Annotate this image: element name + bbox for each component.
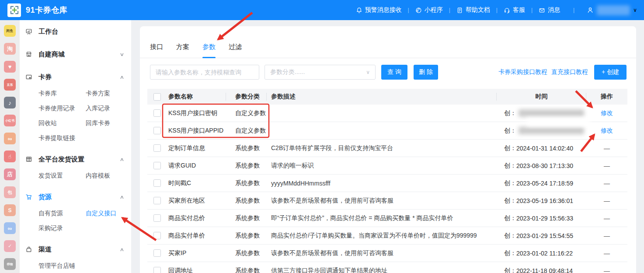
douyin-icon[interactable]: ♪ xyxy=(4,97,16,108)
card-purchase-tutorial-link[interactable]: 卡券采购接口教程 xyxy=(498,68,547,76)
sidebar-item-label: 全平台发货设置 xyxy=(38,155,120,164)
main-panel: 接口方案参数过滤 参数分类...... 查 询 删 除 卡券采购接口教程 直充接… xyxy=(140,26,636,273)
dewu-icon[interactable]: 得物 xyxy=(4,258,16,270)
row-checkbox[interactable] xyxy=(153,109,161,117)
taobao-icon[interactable]: 淘 xyxy=(4,43,16,55)
time-prefix: 创： xyxy=(504,144,516,152)
xiaohongshu-icon[interactable]: 小红书 xyxy=(4,115,16,126)
xianyu-icon[interactable]: 闲鱼 xyxy=(4,25,16,37)
nav-label: 消息 xyxy=(548,6,560,14)
dian-shop-icon[interactable]: 店 xyxy=(4,168,16,180)
row-checkbox[interactable] xyxy=(153,267,161,273)
row-checkbox[interactable] xyxy=(153,127,161,134)
sidebar-child-item[interactable]: 卡券库 xyxy=(38,90,86,98)
param-name-cell: KSS用户接口密钥 xyxy=(168,109,226,117)
row-checkbox-cell xyxy=(147,214,168,222)
sidebar-child-item[interactable]: 回收站 xyxy=(38,119,86,127)
no-action-dash: — xyxy=(604,232,610,239)
rings-link-icon[interactable]: ∞ xyxy=(4,222,16,234)
param-name-cell: 时间戳C xyxy=(168,179,226,187)
modify-link[interactable]: 修改 xyxy=(601,109,613,117)
row-checkbox[interactable] xyxy=(153,214,161,222)
nav-alert[interactable]: 预警消息接收 xyxy=(356,6,402,14)
row-checkbox-cell xyxy=(147,249,168,257)
heart-shop-icon[interactable]: ♥ xyxy=(4,61,16,73)
row-checkbox[interactable] xyxy=(153,232,161,239)
sidebar-child-item[interactable]: 卡券方案 xyxy=(86,90,110,98)
jingdong-icon[interactable]: 京东 xyxy=(4,79,16,91)
row-checkbox[interactable] xyxy=(153,197,161,204)
nav-label: 帮助文档 xyxy=(466,6,490,14)
sidebar-child-item[interactable]: 入库记录 xyxy=(86,105,110,112)
select-all-checkbox[interactable] xyxy=(153,93,161,101)
sidebar-item-card-coupon[interactable]: 卡券∧ xyxy=(20,66,131,88)
param-name-search-input[interactable] xyxy=(150,65,259,80)
param-category-cell: 系统参数 xyxy=(226,249,267,257)
sidebar-item-supply[interactable]: 货源∧ xyxy=(20,186,131,208)
sidebar-child-item[interactable]: 采购记录 xyxy=(38,224,86,232)
param-category-cell: 系统参数 xyxy=(226,197,267,205)
sidebar-item-delivery-settings[interactable]: 全平台发货设置∧ xyxy=(20,148,131,171)
nav-miniprogram[interactable]: 小程序 xyxy=(415,6,443,14)
modify-link[interactable]: 修改 xyxy=(601,127,613,135)
param-category-placeholder: 参数分类...... xyxy=(270,68,305,76)
time-cell: 创：2022-11-18 09:48:14 xyxy=(497,267,586,273)
row-checkbox[interactable] xyxy=(153,249,161,257)
sidebar-child-item[interactable]: 自有货源 xyxy=(38,210,86,217)
tab-plan[interactable]: 方案 xyxy=(176,43,189,58)
thumb-like-icon[interactable]: ☝ xyxy=(4,150,16,162)
row-checkbox[interactable] xyxy=(153,179,161,187)
table-row: 定制订单信息系统参数C2B订单特有扩展字段，目前仅支持淘宝平台创：2024-01… xyxy=(147,140,627,157)
sidebar-child-item[interactable]: 卡券提取链接 xyxy=(38,134,86,142)
delete-button[interactable]: 删 除 xyxy=(414,65,438,80)
table-row: 买家所在地区系统参数该参数不是所场景都有值，使用前可咨询客服创：2023-05-… xyxy=(147,192,627,210)
nav-messages[interactable]: 消息 xyxy=(539,6,560,14)
sidebar-children: 管理平台店铺 xyxy=(20,259,131,273)
sidebar-child-item[interactable]: 自定义接口 xyxy=(86,210,116,217)
tab-interface[interactable]: 接口 xyxy=(150,43,163,58)
header-action: 操作 xyxy=(586,89,627,105)
sidebar-children: 自有货源自定义接口采购记录 xyxy=(20,206,131,236)
param-category-select[interactable]: 参数分类...... xyxy=(265,65,376,80)
param-desc-cell: 该参数不是所场景都有值，使用前可咨询客服 xyxy=(267,197,497,205)
param-desc-cell: 即“子订单实付总价”，商品实付总价 = 商品购买数量 * 商品实付单价 xyxy=(267,214,497,222)
nav-customer-service[interactable]: 客服 xyxy=(504,6,525,14)
time-cell: 创：2023-01-29 15:56:33 xyxy=(497,214,586,222)
action-cell: — xyxy=(586,250,627,257)
nav-help-docs[interactable]: 帮助文档 xyxy=(456,6,490,14)
time-prefix: 创： xyxy=(504,232,516,240)
recharge-tutorial-link[interactable]: 直充接口教程 xyxy=(551,68,588,76)
user-menu[interactable] xyxy=(587,5,637,15)
query-button[interactable]: 查 询 xyxy=(381,65,407,80)
sidebar-children: 发货设置内容模板 xyxy=(20,168,131,183)
help-doc-icon xyxy=(456,7,463,14)
nav-label: 小程序 xyxy=(425,6,443,14)
sidebar-child-item[interactable]: 卡券使用记录 xyxy=(38,105,86,112)
sidebar-item-self-mall[interactable]: 自建商城∨ xyxy=(20,43,131,66)
row-checkbox[interactable] xyxy=(153,162,161,169)
sidebar-item-channel[interactable]: 渠道∧ xyxy=(20,238,131,261)
shopee-icon[interactable]: S xyxy=(4,204,16,216)
time-value: 2022-11-18 09:48:14 xyxy=(516,267,573,273)
param-name-cell: 请求GUID xyxy=(168,162,226,170)
bag-check-icon[interactable]: ✓ xyxy=(4,240,16,252)
sidebar-child-item[interactable]: 管理平台店铺 xyxy=(38,262,86,270)
tab-params[interactable]: 参数 xyxy=(202,43,216,58)
tab-filter[interactable]: 过滤 xyxy=(229,43,242,58)
param-desc-cell: 请求的唯一标识 xyxy=(267,162,497,170)
time-cell: 创：2023-05-24 17:18:59 xyxy=(497,179,586,187)
redacted-time-value xyxy=(519,127,584,134)
table-row: 回调地址系统参数供第三方接口异步回调通知下单结果的地址创：2022-11-18 … xyxy=(147,262,627,273)
create-button[interactable]: + 创建 xyxy=(594,65,627,80)
sidebar-child-item[interactable]: 回库卡券 xyxy=(86,119,110,127)
row-checkbox[interactable] xyxy=(153,144,161,152)
sidebar-child-item[interactable]: 发货设置 xyxy=(38,172,86,180)
sidebar-child-item[interactable]: 内容模板 xyxy=(86,172,110,180)
kuaishou-icon[interactable]: ∞ xyxy=(4,133,16,144)
sidebar-item-label: 卡券 xyxy=(38,73,120,81)
nav-label: 客服 xyxy=(513,6,525,14)
sidebar-item-workbench[interactable]: 工作台 xyxy=(20,20,131,43)
bag-shop-icon[interactable]: 包 xyxy=(4,186,16,198)
sidebar-item-label: 渠道 xyxy=(38,245,120,254)
header-nav: 预警消息接收|小程序|帮助文档|客服|消息 xyxy=(356,6,560,14)
